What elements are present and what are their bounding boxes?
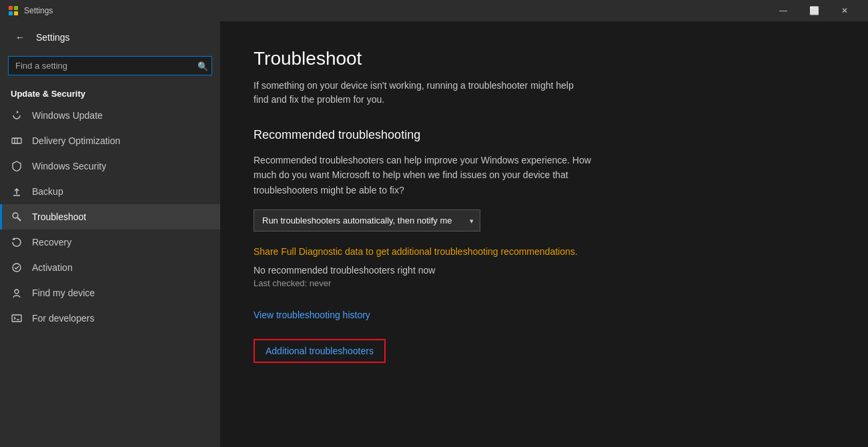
svg-rect-4 (12, 138, 21, 143)
titlebar-title: Settings (24, 6, 768, 15)
activation-icon (11, 262, 23, 274)
svg-point-9 (13, 264, 21, 272)
sidebar-item-delivery-optimization[interactable]: Delivery Optimization (0, 128, 220, 153)
sidebar-label-recovery: Recovery (32, 237, 71, 248)
additional-troubleshooters-button[interactable]: Additional troubleshooters (254, 339, 386, 363)
sidebar-item-windows-security[interactable]: Windows Security (0, 153, 220, 179)
troubleshoot-icon (11, 211, 23, 223)
recommended-description: Recommended troubleshooters can help imp… (254, 153, 600, 197)
for-developers-icon (11, 312, 23, 324)
page-subtitle: If something on your device isn't workin… (254, 79, 587, 107)
troubleshoot-dropdown-wrapper: Ask me before running any troubleshooter… (254, 209, 480, 232)
sidebar-item-recovery[interactable]: Recovery (0, 230, 220, 255)
minimize-button[interactable]: — (768, 0, 799, 21)
svg-rect-3 (14, 11, 18, 15)
search-box: 🔍 (8, 56, 212, 75)
back-button[interactable]: ← (11, 28, 29, 47)
svg-rect-11 (12, 315, 21, 322)
sidebar: ← Settings 🔍 Update & Security Windows U… (0, 21, 220, 447)
sidebar-header: ← Settings (0, 21, 220, 53)
close-button[interactable]: ✕ (829, 0, 860, 21)
sidebar-item-activation[interactable]: Activation (0, 255, 220, 280)
sidebar-label-find-my-device: Find my device (32, 288, 95, 298)
svg-point-10 (15, 290, 19, 294)
last-checked-text: Last checked: never (254, 278, 835, 288)
find-my-device-icon (11, 287, 23, 299)
sidebar-item-troubleshoot[interactable]: Troubleshoot (0, 204, 220, 230)
backup-icon (11, 185, 23, 197)
svg-line-8 (17, 217, 21, 221)
sidebar-label-activation: Activation (32, 262, 73, 273)
windows-update-icon (11, 109, 23, 121)
svg-rect-1 (14, 6, 18, 10)
sidebar-label-troubleshoot: Troubleshoot (32, 211, 86, 222)
titlebar: Settings — ⬜ ✕ (0, 0, 868, 21)
window-controls: — ⬜ ✕ (768, 0, 860, 21)
svg-point-7 (13, 213, 18, 218)
page-title: Troubleshoot (254, 48, 835, 69)
sidebar-item-backup[interactable]: Backup (0, 179, 220, 204)
sidebar-section-title: Update & Security (0, 83, 220, 103)
sidebar-item-windows-update[interactable]: Windows Update (0, 103, 220, 128)
restore-button[interactable]: ⬜ (799, 0, 829, 21)
recommended-heading: Recommended troubleshooting (254, 128, 835, 142)
windows-security-icon (11, 160, 23, 172)
sidebar-label-delivery-optimization: Delivery Optimization (32, 135, 120, 146)
sidebar-app-title: Settings (36, 32, 70, 43)
delivery-optimization-icon (11, 135, 23, 147)
svg-rect-0 (9, 6, 13, 10)
app-icon (8, 5, 19, 16)
troubleshoot-dropdown[interactable]: Ask me before running any troubleshooter… (254, 209, 480, 232)
sidebar-item-for-developers[interactable]: For developers (0, 306, 220, 331)
sidebar-label-windows-security: Windows Security (32, 161, 106, 171)
search-icon[interactable]: 🔍 (197, 61, 208, 71)
sidebar-label-backup: Backup (32, 186, 63, 197)
content-area: Troubleshoot If something on your device… (220, 21, 868, 447)
sidebar-label-windows-update: Windows Update (32, 110, 103, 121)
sidebar-item-find-my-device[interactable]: Find my device (0, 280, 220, 306)
search-input[interactable] (8, 56, 212, 75)
main-area: ← Settings 🔍 Update & Security Windows U… (0, 21, 868, 447)
view-history-link[interactable]: View troubleshooting history (254, 310, 835, 320)
svg-line-13 (14, 318, 15, 320)
sidebar-label-for-developers: For developers (32, 313, 94, 324)
share-diagnostic-link[interactable]: Share Full Diagnostic data to get additi… (254, 246, 835, 257)
recovery-icon (11, 236, 23, 248)
svg-rect-2 (9, 11, 13, 15)
status-text: No recommended troubleshooters right now (254, 265, 835, 276)
